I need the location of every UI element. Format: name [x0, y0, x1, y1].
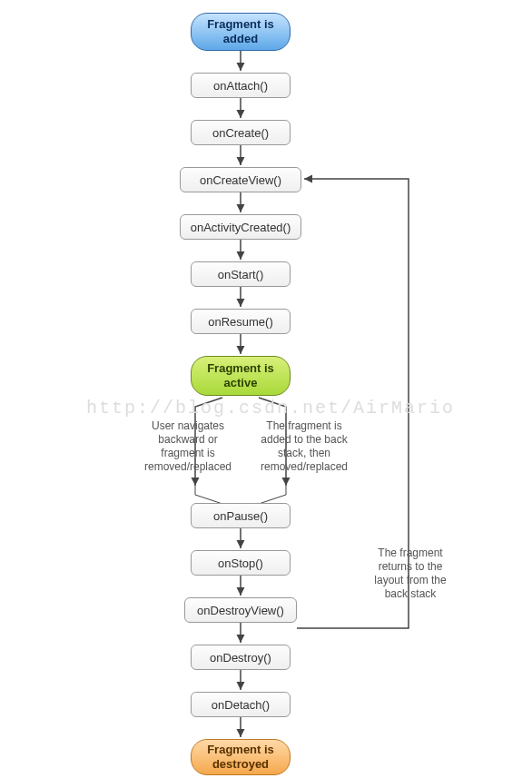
box-oncreate: onCreate()	[191, 120, 291, 145]
label-user-navigates-backward: User navigatesbackward orfragment isremo…	[133, 419, 242, 474]
box-onstop: onStop()	[191, 550, 291, 576]
label-added-to-back-stack: The fragment isadded to the backstack, t…	[250, 419, 359, 474]
box-onattach: onAttach()	[191, 73, 291, 98]
box-ondestroyview: onDestroyView()	[184, 597, 297, 623]
watermark: http://blog.csdn.net/AirMario	[86, 398, 455, 419]
box-onstart: onStart()	[191, 261, 291, 287]
box-onactivitycreated: onActivityCreated()	[180, 214, 301, 240]
box-onresume: onResume()	[191, 309, 291, 334]
state-fragment-destroyed: Fragment isdestroyed	[191, 739, 291, 775]
box-oncreateview: onCreateView()	[180, 167, 301, 192]
state-fragment-added: Fragment isadded	[191, 13, 291, 51]
box-onpause: onPause()	[191, 503, 291, 528]
box-ondetach: onDetach()	[191, 692, 291, 717]
label-returns-from-back-stack: The fragmentreturns to thelayout from th…	[356, 547, 465, 601]
box-ondestroy: onDestroy()	[191, 645, 291, 670]
state-fragment-active: Fragment isactive	[191, 356, 291, 396]
